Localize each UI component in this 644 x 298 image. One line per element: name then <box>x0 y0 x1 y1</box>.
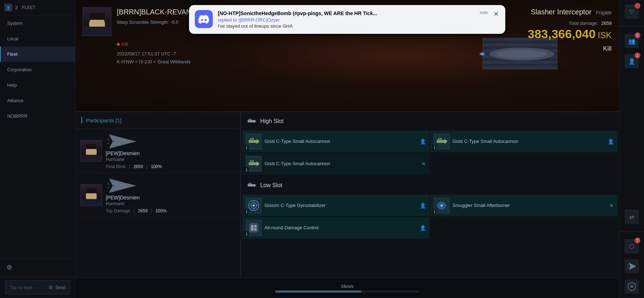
svg-rect-40 <box>249 140 257 143</box>
damage-control-icon <box>247 221 260 234</box>
svg-rect-2 <box>482 44 525 46</box>
item-name-2: Gistii C-Type Small Autocannon <box>452 139 605 145</box>
item-action-1[interactable]: 👤 <box>420 139 426 144</box>
settings-icon[interactable]: ⚙ <box>6 264 12 271</box>
discord-message-body: [NO-HTP]SonictheHedgeBomb (#pvp-pings, W… <box>218 10 475 29</box>
svg-rect-47 <box>440 138 442 140</box>
svg-rect-20 <box>522 64 558 67</box>
low-slot-grid: 1 Gistum C-Type Gyrostabilizer 👤 <box>241 195 619 240</box>
p1-sep1: | <box>129 164 130 169</box>
isk-block: 383,366,040 ISK <box>528 27 612 41</box>
sidebar-system-label: System <box>7 21 23 26</box>
sidebar-item-help[interactable]: Help <box>0 77 75 93</box>
more-button-2[interactable] <box>625 279 639 294</box>
kill-type-block: Kill <box>603 45 612 53</box>
send-button[interactable]: Send <box>55 285 65 290</box>
discord-sender: [NO-HTP]SonictheHedgeBomb (#pvp-pings, W… <box>218 10 475 17</box>
hair <box>89 13 105 17</box>
p2-sep1: | <box>133 208 134 213</box>
filter-icon: ▽ <box>630 8 634 15</box>
sidebar-item-alliance[interactable]: Alliance <box>0 93 75 108</box>
sidebar-item-nobrrr[interactable]: NOBRRR <box>0 108 75 124</box>
kill-type-label: Kill <box>122 41 128 47</box>
ship-button-icon <box>627 261 637 271</box>
item-close-3[interactable]: ✕ <box>422 161 426 167</box>
svg-rect-42 <box>250 138 252 140</box>
item-action-2[interactable]: 👤 <box>608 139 614 144</box>
p2-ship: Hurricane <box>106 201 235 206</box>
p2-ship-icon <box>106 177 138 195</box>
notification-button-2[interactable]: 👤 1 <box>625 54 639 68</box>
sidebar-item-fleet[interactable]: Fleet <box>0 46 75 62</box>
sidebar-item-corporation[interactable]: Corporation <box>0 62 75 77</box>
kill-dot <box>117 43 120 46</box>
discord-reply: replied to ![BRRR-ORC]Ozyer <box>218 17 475 23</box>
p1-stat-label: Final Blow <box>106 164 125 169</box>
filter-badge <box>635 3 640 9</box>
svg-rect-64 <box>249 224 258 232</box>
swap-button[interactable]: ⇄ <box>625 209 639 224</box>
sidebar-item-local[interactable]: Local <box>0 31 75 46</box>
item-qty-2: 1 <box>432 145 437 150</box>
low-item-action-1[interactable]: 👤 <box>420 203 426 208</box>
ship-class: Frigate <box>596 10 612 15</box>
user-count: 2 <box>15 5 18 10</box>
title-accent-bar <box>81 117 82 123</box>
high-slot-title: High Slot <box>260 118 284 125</box>
items-button[interactable]: ⬡ 7 <box>625 239 639 253</box>
panels-row: Participants [1] <box>75 112 619 278</box>
badge-7: 7 <box>635 238 640 243</box>
high-slot-grid: 1 Gistii C-Type Small Autocannon 👤 <box>241 131 619 176</box>
participants-header: Participants [1] <box>75 112 240 129</box>
low-item-close-2[interactable]: ✕ <box>610 203 614 208</box>
sidebar-bottom: ⚙ <box>0 258 75 276</box>
high-slot-item-2: 1 Gistii C-Type Small Autocannon 👤 <box>430 131 617 152</box>
kill-pilot-name: [BRRN]BLACK-REVAN <box>117 8 191 16</box>
p1-hair <box>86 144 97 147</box>
discord-notification: [NO-HTP]SonictheHedgeBomb (#pvp-pings, W… <box>189 5 505 34</box>
svg-rect-66 <box>254 225 257 227</box>
menu-icon[interactable]: ≡ <box>49 284 52 291</box>
chat-input-bar[interactable]: Tap to type ≡ Send <box>5 280 70 294</box>
filter-button[interactable]: ▽ <box>625 4 639 19</box>
main-content: [NO-HTP]SonictheHedgeBomb (#pvp-pings, W… <box>75 0 619 298</box>
warp-scramble-text: Warp Scramble Strength: -6.0 <box>117 19 178 25</box>
participant-row: [PEW]Desmien Hurricane Top Damage | 2659… <box>75 173 240 217</box>
svg-rect-48 <box>249 162 257 165</box>
svg-rect-44 <box>437 140 445 143</box>
bottom-bar: 16m/s <box>75 278 619 298</box>
item-name-1: Gistii C-Type Small Autocannon <box>264 139 417 145</box>
chat-placeholder: Tap to type <box>10 285 46 290</box>
more-button-1[interactable] <box>625 259 639 274</box>
svg-rect-10 <box>482 67 525 69</box>
svg-marker-68 <box>629 263 636 270</box>
svg-rect-43 <box>252 138 254 140</box>
svg-rect-67 <box>254 228 257 231</box>
p2-portrait-bg <box>81 185 102 206</box>
svg-line-29 <box>107 143 109 144</box>
svg-rect-52 <box>248 184 254 186</box>
autocannon-icon-1 <box>247 135 260 148</box>
items-icon: ⬡ <box>629 243 634 250</box>
discord-time: now <box>480 10 488 15</box>
low-slot-weapon-icon <box>247 181 256 190</box>
pilot-portrait <box>83 7 111 36</box>
p1-name: [PEW]Desmien <box>106 150 235 156</box>
pilot-name-text: [BRRN]BLACK-REVAN <box>117 8 191 16</box>
sidebar-item-system[interactable]: System <box>0 15 75 31</box>
svg-point-30 <box>112 141 115 142</box>
right-sidebar: ▽ 👥 3 👤 1 ⇄ ⬡ 7 <box>619 0 644 298</box>
notification-button-1[interactable]: 👥 3 <box>625 34 639 48</box>
p2-stats: Top Damage | 2659 | 100% <box>106 208 235 213</box>
ship-name: Slasher Interceptor <box>531 8 592 16</box>
low-item-qty-1: 1 <box>244 209 249 214</box>
low-item-action-3[interactable]: 👤 <box>420 225 426 231</box>
svg-marker-53 <box>254 184 256 187</box>
discord-close-button[interactable]: ✕ <box>493 10 500 18</box>
svg-line-70 <box>627 267 629 268</box>
weapon-icon <box>247 117 256 126</box>
participant-row: [PEW]Desmien Hurricane Final Blow | 2659… <box>75 129 240 173</box>
speed-value: 16m/s <box>258 284 436 289</box>
fleet-label: FLEET <box>22 5 35 10</box>
svg-rect-46 <box>438 138 440 140</box>
